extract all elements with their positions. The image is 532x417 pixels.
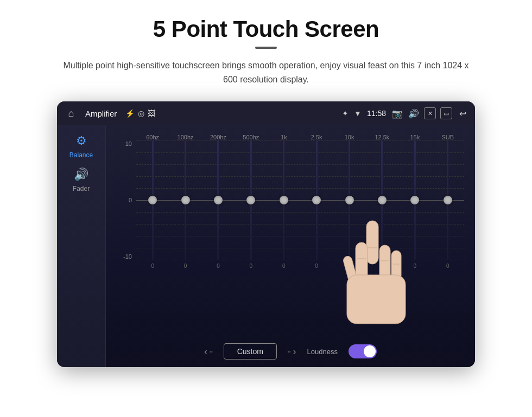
fader-label: Fader [73,185,90,193]
loudness-label: Loudness [307,348,338,356]
freq-labels: 60hz 100hz 200hz 500hz 1k 2.5k 10k 12.5k… [117,134,464,140]
freq-2.5k: 2.5k [303,134,330,140]
freq-sub: SUB [435,134,461,140]
device-frame: ⌂ Amplifier ⚡ ◎ 🖼 ✦ ▼ 11:58 📷 🔊 ✕ ▭ ↩ ⚙ [57,101,475,367]
close-icon[interactable]: ✕ [424,107,436,119]
y-label-10: 10 [121,140,132,147]
y-label-neg10: -10 [121,253,132,260]
freq-1k: 1k [271,134,297,140]
app-title: Amplifier [85,109,117,118]
slider-col-9[interactable]: 0 [446,140,449,269]
slider-val-6: 0 [348,263,351,269]
slider-knob-3[interactable] [246,196,255,204]
loudness-toggle[interactable] [349,344,377,358]
freq-500hz: 500hz [238,134,264,140]
slider-val-7: 0 [381,263,384,269]
slider-val-5: 0 [315,263,318,269]
freq-10k: 10k [337,134,363,140]
slider-track-9[interactable] [447,140,448,260]
slider-track-0[interactable] [152,140,154,260]
slider-col-5[interactable]: 0 [315,140,318,269]
sliders-icon: ⚙ [76,134,87,148]
wifi-icon: ▼ [354,109,362,118]
title-divider [255,47,277,49]
slider-knob-6[interactable] [345,196,354,204]
slider-col-1[interactable]: 0 [184,140,187,269]
toggle-knob [364,345,376,357]
camera-icon[interactable]: 📷 [391,107,403,119]
eq-sliders-grid: 0 0 0 [136,140,464,337]
slider-val-9: 0 [446,263,449,269]
slider-val-0: 0 [151,263,154,269]
slider-col-3[interactable]: 0 [250,140,253,269]
custom-button[interactable]: Custom [224,343,277,360]
freq-60hz: 60hz [140,134,166,140]
slider-val-1: 0 [184,263,187,269]
sidebar: ⚙ Balance 🔊 Fader [57,125,106,367]
slider-val-3: 0 [250,263,253,269]
slider-knob-9[interactable] [444,196,452,204]
slider-track-4[interactable] [283,140,284,260]
home-icon[interactable]: ⌂ [64,106,79,121]
page-title: 5 Point Touch Screen [153,16,379,42]
slider-val-8: 0 [414,263,417,269]
slider-track-5[interactable] [316,140,318,260]
chevron-left-icon: ‹ [204,346,207,357]
status-time: 11:58 [367,109,386,118]
slider-track-8[interactable] [414,140,416,260]
eq-content: 60hz 100hz 200hz 500hz 1k 2.5k 10k 12.5k… [106,125,475,367]
status-icons-group: ⚡ ◎ 🖼 [125,109,155,118]
status-bar: ⌂ Amplifier ⚡ ◎ 🖼 ✦ ▼ 11:58 📷 🔊 ✕ ▭ ↩ [57,101,475,125]
slider-val-4: 0 [282,263,286,269]
slider-track-2[interactable] [217,140,219,260]
eq-y-axis: 10 0 -10 [117,140,136,260]
freq-12.5k: 12.5k [369,134,395,140]
slider-track-3[interactable] [250,140,252,260]
chevron-right-icon: › [293,346,296,357]
slider-knob-8[interactable] [410,196,419,204]
slider-knob-0[interactable] [148,196,157,204]
back-icon[interactable]: ↩ [457,107,468,119]
slider-knob-2[interactable] [214,196,223,204]
main-area: ⚙ Balance 🔊 Fader 60hz 100hz 200hz 500hz… [57,125,475,367]
slider-knob-7[interactable] [378,196,387,204]
slider-knob-5[interactable] [312,196,321,204]
balance-label: Balance [69,151,93,159]
nav-dots-right: •• [288,349,291,354]
slider-col-7[interactable]: 0 [381,140,384,269]
nav-dots-left: •• [210,349,213,354]
slider-col-6[interactable]: 0 [348,140,351,269]
usb-icon: ⚡ [125,109,135,118]
slider-track-1[interactable] [185,140,186,260]
speaker-icon: 🔊 [74,168,88,182]
slider-col-2[interactable]: 0 [217,140,220,269]
next-arrow[interactable]: •• › [288,346,296,357]
slider-col-0[interactable]: 0 [151,140,154,269]
slider-col-4[interactable]: 0 [282,140,286,269]
freq-15k: 15k [402,134,428,140]
gps-icon: ◎ [138,109,144,118]
status-right: ✦ ▼ 11:58 📷 🔊 ✕ ▭ ↩ [342,107,468,119]
slider-track-7[interactable] [381,140,383,260]
slider-knob-1[interactable] [181,196,190,204]
window-icon[interactable]: ▭ [440,107,452,119]
y-label-0: 0 [121,197,132,203]
sidebar-item-balance[interactable]: ⚙ Balance [69,134,93,159]
eq-bottom-controls: ‹ •• Custom •• › Loudness [117,337,464,362]
slider-col-8[interactable]: 0 [414,140,417,269]
prev-arrow[interactable]: ‹ •• [204,346,213,357]
eq-sliders-container: 10 0 -10 [117,140,464,337]
bluetooth-icon: ✦ [342,109,349,118]
action-icons: 📷 🔊 ✕ ▭ ↩ [391,107,468,119]
page-subtitle: Multiple point high-sensitive touchscree… [60,59,472,86]
slider-knob-4[interactable] [280,196,288,204]
photo-icon: 🖼 [148,109,155,118]
slider-val-2: 0 [217,263,220,269]
freq-200hz: 200hz [205,134,231,140]
sidebar-item-fader[interactable]: 🔊 Fader [73,168,90,193]
freq-100hz: 100hz [173,134,199,140]
volume-icon[interactable]: 🔊 [408,107,420,119]
slider-track-6[interactable] [349,140,350,260]
